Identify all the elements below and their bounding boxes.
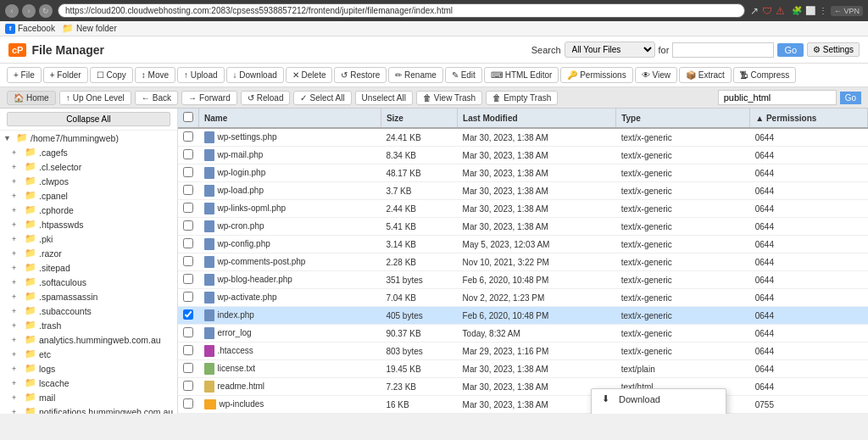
path-input[interactable] [718, 90, 837, 105]
restore-btn[interactable]: ↺ Restore [334, 67, 387, 83]
extract-btn[interactable]: 📦 Extract [679, 67, 732, 83]
back-nav-btn[interactable]: ← Back [135, 91, 178, 105]
home-nav-btn[interactable]: 🏠 🏠 Home Home [7, 91, 56, 105]
table-row[interactable]: wp-includes 16 KB Mar 30, 2023, 1:38 AM … [178, 396, 868, 414]
row-checkbox[interactable] [183, 167, 193, 177]
row-checkbox[interactable] [183, 345, 193, 355]
row-checkbox[interactable] [183, 256, 193, 266]
reload-nav-btn[interactable]: ↺ Reload [241, 91, 291, 105]
table-row[interactable]: index.php 405 bytes Feb 6, 2020, 10:48 P… [178, 307, 868, 325]
row-checkbox-cell[interactable] [178, 218, 199, 236]
table-row[interactable]: wp-comments-post.php 2.28 KB Nov 10, 202… [178, 253, 868, 271]
row-checkbox-cell[interactable] [178, 128, 199, 147]
row-checkbox-cell[interactable] [178, 253, 199, 271]
sidebar-item--pki[interactable]: +📁.pki [0, 231, 177, 246]
copy-btn[interactable]: ☐ Copy [90, 67, 133, 83]
ctx-view[interactable]: 👁View [592, 409, 726, 414]
row-checkbox[interactable] [183, 131, 193, 142]
ctx-download[interactable]: ⬇Download [592, 389, 726, 409]
browser-nav-buttons[interactable]: ‹ › ↻ [5, 4, 53, 18]
row-checkbox-cell[interactable] [178, 164, 199, 182]
size-col-header[interactable]: Size [381, 109, 457, 128]
table-row[interactable]: .htaccess 803 bytes Mar 29, 2023, 1:16 P… [178, 343, 868, 360]
row-checkbox[interactable] [183, 203, 193, 213]
path-go-btn[interactable]: Go [840, 92, 861, 104]
up-one-level-btn[interactable]: ↑ Up One Level [59, 91, 131, 105]
table-row[interactable]: wp-config.php 3.14 KB May 5, 2023, 12:03… [178, 236, 868, 253]
table-row[interactable]: wp-links-opml.php 2.44 KB Mar 30, 2023, … [178, 200, 868, 218]
sidebar-item-lscache[interactable]: +📁lscache [0, 376, 177, 390]
unselect-all-btn[interactable]: Unselect All [355, 91, 413, 105]
row-checkbox[interactable] [183, 363, 193, 373]
browser-back-btn[interactable]: ‹ [5, 4, 19, 18]
sidebar-item--subaccounts[interactable]: +📁.subaccounts [0, 304, 177, 318]
row-checkbox-cell[interactable] [178, 236, 199, 253]
table-row[interactable]: wp-blog-header.php 351 bytes Feb 6, 2020… [178, 271, 868, 289]
row-checkbox-cell[interactable] [178, 360, 199, 378]
table-row[interactable]: wp-load.php 3.7 KB Mar 30, 2023, 1:38 AM… [178, 182, 868, 200]
view-trash-btn[interactable]: 🗑 View Trash [416, 91, 482, 105]
sidebar-item--trash[interactable]: +📁.trash [0, 318, 177, 332]
row-checkbox-cell[interactable] [178, 200, 199, 218]
edit-btn[interactable]: ✎ Edit [445, 67, 482, 83]
new-file-btn[interactable]: + File [7, 67, 42, 83]
sidebar-item--htpasswds[interactable]: +📁.htpasswds [0, 217, 177, 231]
perms-col-header[interactable]: ▲ Permissions [750, 109, 868, 128]
row-checkbox-cell[interactable] [178, 343, 199, 360]
browser-forward-btn[interactable]: › [22, 4, 36, 18]
sidebar-item--home7-hummingweb-[interactable]: ▼📁/home7/hummingweb) [0, 131, 177, 145]
sidebar-item--razor[interactable]: +📁.razor [0, 246, 177, 260]
row-checkbox-cell[interactable] [178, 182, 199, 200]
row-checkbox[interactable] [183, 238, 193, 248]
row-checkbox-cell[interactable] [178, 396, 199, 414]
sidebar-item--clwpos[interactable]: +📁.clwpos [0, 174, 177, 188]
row-checkbox[interactable] [183, 381, 193, 391]
sidebar-item-mail[interactable]: +📁mail [0, 390, 177, 404]
row-checkbox[interactable] [183, 398, 193, 409]
sidebar-item--sitepad[interactable]: +📁.sitepad [0, 260, 177, 275]
settings-button[interactable]: ⚙ Settings [807, 42, 860, 57]
address-bar[interactable]: https://cloud200.cloudwebhosting.com:208… [58, 3, 745, 18]
row-checkbox-cell[interactable] [178, 289, 199, 307]
bookmark-facebook[interactable]: f Facebook [5, 24, 55, 34]
sidebar-item-analytics-hummingweb-com-au[interactable]: +📁analytics.hummingweb.com.au [0, 332, 177, 347]
table-row[interactable]: wp-login.php 48.17 KB Mar 30, 2023, 1:38… [178, 164, 868, 182]
row-checkbox-cell[interactable] [178, 271, 199, 289]
row-checkbox[interactable] [183, 327, 193, 337]
name-col-header[interactable]: Name [199, 109, 381, 128]
table-row[interactable]: wp-activate.php 7.04 KB Nov 2, 2022, 1:2… [178, 289, 868, 307]
row-checkbox-cell[interactable] [178, 414, 199, 415]
sidebar-item-etc[interactable]: +📁etc [0, 347, 177, 361]
table-row[interactable]: wp-settings.php 24.41 KB Mar 30, 2023, 1… [178, 128, 868, 147]
download-btn[interactable]: ↓ Download [226, 67, 284, 83]
rename-btn[interactable]: ✏ Rename [388, 67, 443, 83]
sidebar-item--softaculous[interactable]: +📁.softaculous [0, 275, 177, 289]
table-row[interactable]: error_log 90.37 KB Today, 8:32 AM text/x… [178, 325, 868, 343]
row-checkbox-cell[interactable] [178, 325, 199, 343]
delete-btn[interactable]: ✕ Delete [286, 67, 333, 83]
upload-btn[interactable]: ↑ Upload [177, 67, 224, 83]
table-row[interactable]: wp-mail.php 8.34 KB Mar 30, 2023, 1:38 A… [178, 147, 868, 164]
browser-reload-btn[interactable]: ↻ [39, 4, 53, 18]
search-input[interactable] [672, 42, 774, 58]
sidebar-item--cpanel[interactable]: +📁.cpanel [0, 188, 177, 203]
type-col-header[interactable]: Type [616, 109, 750, 128]
html-editor-btn[interactable]: ⌨ HTML Editor [484, 67, 559, 83]
select-all-col[interactable] [178, 109, 199, 128]
move-btn[interactable]: ↕ Move [135, 67, 175, 83]
table-row[interactable]: license.txt 19.45 KB Mar 30, 2023, 1:38 … [178, 360, 868, 378]
row-checkbox[interactable] [183, 220, 193, 231]
sidebar-item--cagefs[interactable]: +📁.cagefs [0, 145, 177, 159]
compress-btn[interactable]: 🗜 Compress [733, 67, 796, 83]
table-row[interactable]: wp-content 4 KB Today, 2:08 PM httpd/uni… [178, 414, 868, 415]
collapse-all-btn[interactable]: Collapse All [7, 112, 170, 126]
empty-trash-btn[interactable]: 🗑 Empty Trash [486, 91, 558, 105]
select-all-checkbox[interactable] [183, 112, 193, 122]
table-row[interactable]: wp-cron.php 5.41 KB Mar 30, 2023, 1:38 A… [178, 218, 868, 236]
row-checkbox[interactable] [183, 149, 193, 159]
row-checkbox[interactable] [183, 292, 193, 302]
select-all-btn[interactable]: ✓ Select All [293, 91, 351, 105]
modified-col-header[interactable]: Last Modified [458, 109, 616, 128]
view-btn[interactable]: 👁 View [635, 67, 677, 83]
row-checkbox[interactable] [183, 274, 193, 284]
